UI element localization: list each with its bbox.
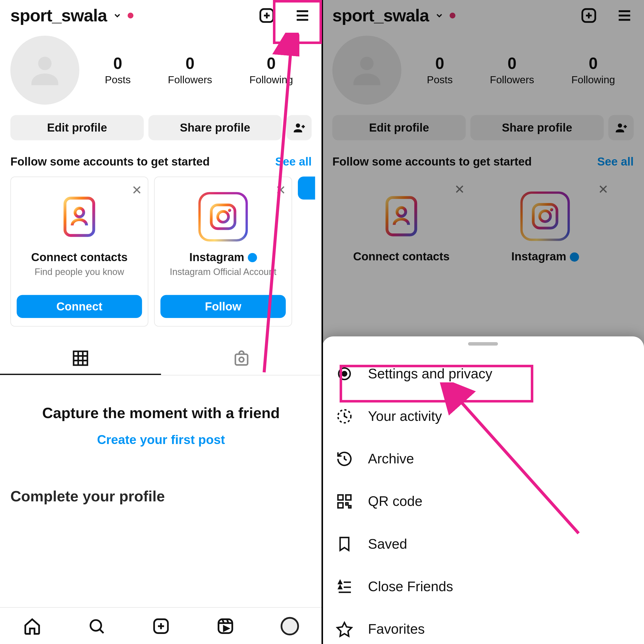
screenshot-divider xyxy=(321,0,323,644)
svg-marker-59 xyxy=(339,581,341,584)
svg-point-50 xyxy=(550,208,553,211)
svg-rect-57 xyxy=(346,503,348,505)
sheet-item-favorites[interactable]: Favorites xyxy=(322,608,644,644)
settings-gear-icon xyxy=(335,364,354,384)
profile-buttons-row: Edit profile Share profile xyxy=(322,110,644,145)
close-icon[interactable]: ✕ xyxy=(275,183,286,198)
empty-heading: Capture the moment with a friend xyxy=(12,404,311,422)
empty-posts-state: Capture the moment with a friend Create … xyxy=(0,376,322,465)
verified-badge-icon xyxy=(570,252,579,261)
nav-profile[interactable] xyxy=(279,616,300,636)
nav-home[interactable] xyxy=(22,616,43,636)
close-icon[interactable]: ✕ xyxy=(454,182,465,197)
stat-following[interactable]: 0 Following xyxy=(249,54,293,86)
chevron-down-icon xyxy=(113,11,122,20)
stat-posts[interactable]: 0 Posts xyxy=(105,54,131,86)
menu-button[interactable] xyxy=(293,6,312,25)
stat-followers-label: Followers xyxy=(168,74,212,86)
stat-following[interactable]: 0 Following xyxy=(571,54,615,86)
card-subtitle: Instagram Official Account xyxy=(170,266,276,289)
close-friends-list-icon xyxy=(335,577,354,596)
svg-point-52 xyxy=(342,372,347,376)
sheet-item-qrcode[interactable]: QR code xyxy=(322,480,644,523)
saved-bookmark-icon xyxy=(335,534,354,554)
svg-marker-61 xyxy=(339,586,341,589)
card-title: Instagram xyxy=(511,250,566,263)
edit-profile-button[interactable]: Edit profile xyxy=(332,115,466,140)
suggestion-cards: ✕ Connect contacts ✕ xyxy=(322,172,644,282)
svg-point-17 xyxy=(218,211,228,222)
card-title: Instagram xyxy=(189,251,244,264)
profile-header: sport_swala xyxy=(322,0,644,28)
close-icon[interactable]: ✕ xyxy=(598,182,608,197)
sheet-item-label: Close Friends xyxy=(368,578,453,594)
suggestion-card-contacts: ✕ Connect contacts Find people you xyxy=(10,177,148,327)
sheet-item-close-friends[interactable]: Close Friends xyxy=(322,565,644,608)
suggestion-card-instagram: ✕ Instagram xyxy=(154,177,292,327)
discover-people-button[interactable] xyxy=(608,115,634,140)
sheet-item-saved[interactable]: Saved xyxy=(322,523,644,565)
stat-followers[interactable]: 0 Followers xyxy=(490,54,534,86)
tab-grid[interactable] xyxy=(0,343,161,375)
follow-suggestions-title: Follow some accounts to get started xyxy=(332,155,532,169)
svg-point-47 xyxy=(397,208,406,216)
stat-following-number: 0 xyxy=(571,54,615,73)
stat-followers-label: Followers xyxy=(490,74,534,86)
activity-clock-icon xyxy=(335,407,354,426)
svg-rect-19 xyxy=(74,351,88,365)
create-first-post-link[interactable]: Create your first post xyxy=(12,432,311,447)
account-switcher[interactable]: sport_swala xyxy=(10,6,133,25)
account-switcher[interactable]: sport_swala xyxy=(332,6,455,25)
card-subtitle: Find people you know xyxy=(35,266,124,289)
svg-point-26 xyxy=(91,620,101,631)
sheet-drag-handle[interactable] xyxy=(468,342,498,346)
sheet-item-label: Your activity xyxy=(368,408,442,424)
profile-header: sport_swala xyxy=(0,0,322,28)
nav-create[interactable] xyxy=(151,616,171,636)
stat-followers[interactable]: 0 Followers xyxy=(168,54,212,86)
follow-suggestions-header: Follow some accounts to get started See … xyxy=(0,145,322,172)
close-icon[interactable]: ✕ xyxy=(132,183,142,198)
see-all-link[interactable]: See all xyxy=(275,155,312,169)
profile-avatar[interactable] xyxy=(332,36,401,105)
notification-dot xyxy=(450,13,455,18)
sheet-item-settings[interactable]: Settings and privacy xyxy=(322,352,644,395)
discover-people-button[interactable] xyxy=(286,115,312,140)
sheet-item-activity[interactable]: Your activity xyxy=(322,395,644,437)
svg-rect-56 xyxy=(338,503,343,508)
svg-point-7 xyxy=(296,124,300,128)
follow-button[interactable]: Follow xyxy=(160,295,286,318)
nav-reels[interactable] xyxy=(215,616,236,636)
instagram-logo-icon xyxy=(520,191,570,241)
nav-search[interactable] xyxy=(86,616,107,636)
svg-point-11 xyxy=(75,208,84,217)
instagram-logo-icon xyxy=(198,192,248,241)
favorites-star-icon xyxy=(335,619,354,639)
svg-point-43 xyxy=(618,124,622,128)
svg-rect-48 xyxy=(533,204,557,228)
create-button[interactable] xyxy=(258,6,276,25)
stat-following-number: 0 xyxy=(249,54,293,73)
stat-posts-number: 0 xyxy=(427,54,453,73)
follow-suggestions-header: Follow some accounts to get started See … xyxy=(322,145,644,172)
svg-rect-24 xyxy=(235,354,248,365)
contacts-icon xyxy=(377,191,426,241)
verified-badge-icon xyxy=(248,253,257,262)
connect-button[interactable]: Connect xyxy=(17,295,142,318)
svg-point-18 xyxy=(228,209,231,212)
stat-following-label: Following xyxy=(249,74,293,86)
profile-avatar[interactable] xyxy=(10,36,79,105)
stat-posts[interactable]: 0 Posts xyxy=(427,54,453,86)
svg-rect-16 xyxy=(211,205,235,229)
tab-tagged[interactable] xyxy=(161,343,322,375)
profile-avatar-icon xyxy=(280,617,299,635)
create-button[interactable] xyxy=(580,6,598,25)
share-profile-button[interactable]: Share profile xyxy=(148,115,282,140)
share-profile-button[interactable]: Share profile xyxy=(470,115,604,140)
see-all-link[interactable]: See all xyxy=(597,155,634,169)
sheet-item-archive[interactable]: Archive xyxy=(322,437,644,480)
menu-button[interactable] xyxy=(615,6,634,25)
edit-profile-button[interactable]: Edit profile xyxy=(10,115,144,140)
complete-profile-heading: Complete your profile xyxy=(0,465,322,505)
sheet-item-label: Favorites xyxy=(368,621,425,637)
